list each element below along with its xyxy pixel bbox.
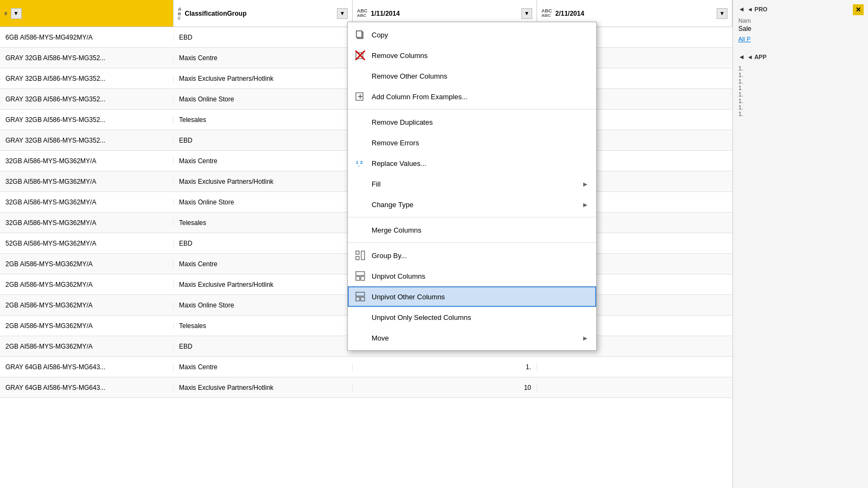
table-cell: 6GB AI586-MYS-MG492MY/A [0,34,174,41]
svg-rect-13 [361,251,365,260]
properties-section-title: ◄ ◄ PRO [738,5,863,13]
table-cell: 2GB AI586-MYS-MG362MY/A [0,343,174,350]
applied-title-text: ◄ APP [747,54,767,60]
close-icon: ✕ [856,6,861,14]
menu-item-label-fill: Fill [372,180,578,188]
close-button[interactable]: ✕ [853,4,864,15]
table-cell: 32GB AI586-MYS-MG362MY/A [0,219,174,227]
group-icon [354,249,366,261]
menu-item-label-change-type: Change Type [372,201,578,209]
main-dropdown-btn[interactable]: ▼ [11,8,22,19]
properties-triangle: ◄ [738,5,745,13]
table-cell: Maxis Exclusive Partners/Hotlink [174,75,353,82]
table-row[interactable]: GRAY 64GB AI586-MYS-MG643...Maxis Centre… [0,357,732,377]
name-label: Nam [738,17,863,24]
empty-icon [354,137,366,149]
panel-number-item: 1 [738,85,863,91]
table-cell: Maxis Online Store [174,95,353,103]
panel-number-item: 1. [738,111,863,117]
menu-item-label-add-column-from-examples: Add Column From Examples... [372,93,588,101]
date1-dropdown-btn[interactable]: ▼ [521,8,532,19]
properties-title-text: ◄ PRO [747,6,768,12]
menu-item-label-remove-duplicates: Remove Duplicates [372,118,588,126]
table-cell: GRAY 32GB AI586-MYS-MG352... [0,95,174,103]
submenu-arrow-move: ▶ [583,335,588,341]
table-row[interactable]: GRAY 64GB AI586-MYS-MG643...Maxis Exclus… [0,377,732,398]
menu-item-group-by[interactable]: Group By... [348,245,596,266]
menu-item-label-remove-other-columns: Remove Other Columns [372,72,588,80]
all-link[interactable]: All P [738,36,863,42]
classification-type-badge: A B C [178,7,182,20]
table-cell: EBD [174,240,353,247]
table-cell: Maxis Online Store [174,198,353,206]
table-cell: 32GB AI586-MYS-MG362MY/A [0,198,174,206]
svg-rect-1 [356,31,362,37]
menu-item-move[interactable]: Move▶ [348,328,596,348]
menu-item-unpivot-only-selected[interactable]: Unpivot Only Selected Columns [348,307,596,328]
table-cell: Maxis Centre [174,157,353,165]
table-cell: GRAY 64GB AI586-MYS-MG643... [0,384,174,391]
table-cell: Telesales [174,116,353,124]
menu-item-add-column-from-examples[interactable]: Add Column From Examples... [348,86,596,107]
svg-rect-19 [361,297,365,301]
date2-dropdown-btn[interactable]: ▼ [717,8,727,19]
menu-item-fill[interactable]: Fill▶ [348,174,596,194]
menu-item-change-type[interactable]: Change Type▶ [348,194,596,215]
menu-item-label-unpivot-other-columns: Unpivot Other Columns [372,293,588,301]
menu-item-merge-columns[interactable]: Merge Columns [348,220,596,240]
svg-rect-17 [356,292,365,296]
empty-icon [354,116,366,128]
svg-rect-14 [356,272,365,275]
menu-item-remove-errors[interactable]: Remove Errors [348,132,596,153]
add-col-icon [354,91,366,102]
menu-item-remove-duplicates[interactable]: Remove Duplicates [348,112,596,132]
copy-icon [354,29,366,41]
table-cell: GRAY 32GB AI586-MYS-MG352... [0,54,174,62]
menu-item-unpivot-other-columns[interactable]: Unpivot Other Columns [348,286,596,307]
context-menu: CopyRemove ColumnsRemove Other ColumnsAd… [347,22,597,351]
table-cell: EBD [174,34,353,41]
table-cell: EBD [174,343,353,350]
table-cell: GRAY 32GB AI586-MYS-MG352... [0,116,174,124]
date1-type-badge: ABCABC [357,9,368,18]
classification-header-text: ClassificationGroup [185,10,334,17]
main-type-badge: e [4,11,8,16]
date2-type-badge: ABCABC [541,9,552,18]
table-cell: GRAY 32GB AI586-MYS-MG352... [0,75,174,82]
panel-number-item: 1. [738,91,863,98]
panel-number-item: 1. [738,72,863,78]
table-cell: GRAY 64GB AI586-MYS-MG643... [0,363,174,371]
menu-item-copy[interactable]: Copy [348,24,596,45]
replace-icon: 1→2 [354,157,366,169]
menu-item-remove-columns[interactable]: Remove Columns [348,45,596,66]
menu-item-label-remove-errors: Remove Errors [372,139,588,147]
table-cell: 2GB AI586-MYS-MG362MY/A [0,322,174,330]
empty-icon [354,332,366,344]
table-cell: Telesales [174,219,353,227]
unpivot-icon [354,270,366,282]
menu-item-label-group-by: Group By... [372,252,588,260]
col-header-main[interactable]: e ▼ [0,0,174,27]
empty-icon [354,224,366,236]
table-cell: 2GB AI586-MYS-MG362MY/A [0,301,174,309]
menu-item-remove-other-columns[interactable]: Remove Other Columns [348,66,596,86]
table-cell: Maxis Online Store [174,301,353,309]
menu-item-label-unpivot-only-selected: Unpivot Only Selected Columns [372,313,588,322]
name-value[interactable]: Sale [738,25,863,33]
table-cell: Maxis Exclusive Partners/Hotlink [174,384,353,391]
table-cell: GRAY 32GB AI586-MYS-MG352... [0,137,174,144]
classification-dropdown-btn[interactable]: ▼ [337,8,348,19]
svg-rect-12 [356,256,359,260]
menu-separator [348,217,596,217]
col-header-classification[interactable]: A B C ClassificationGroup ▼ [174,0,353,27]
svg-rect-15 [356,277,360,280]
menu-item-unpivot-columns[interactable]: Unpivot Columns [348,266,596,286]
name-field: Nam Sale [738,17,863,33]
applied-section-title: ◄ ◄ APP [738,53,863,61]
panel-number-item: 1. [738,65,863,72]
table-cell: 32GB AI586-MYS-MG362MY/A [0,157,174,165]
table-cell: Maxis Exclusive Partners/Hotlink [174,178,353,185]
menu-item-replace-values[interactable]: 1→2Replace Values... [348,153,596,174]
panel-number-item: 1. [738,78,863,85]
empty-icon [354,198,366,210]
